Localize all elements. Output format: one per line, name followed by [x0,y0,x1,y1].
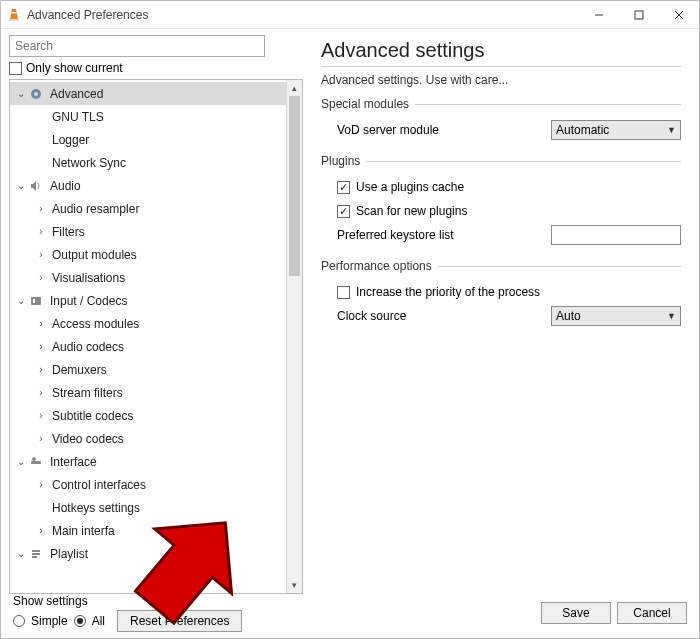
tree-item-demuxers[interactable]: ›Demuxers [10,358,286,381]
radio-simple[interactable] [13,615,25,627]
select-value: Automatic [556,123,609,137]
window-buttons [579,1,699,29]
svg-rect-3 [635,11,643,19]
tree-label: Main interfa [48,524,115,538]
save-button[interactable]: Save [541,602,611,624]
tree-item-input-codecs[interactable]: ⌄ Input / Codecs [10,289,286,312]
chevron-down-icon: ▼ [667,311,676,321]
chevron-right-icon[interactable]: › [34,525,48,536]
group-title: Performance options [321,259,432,274]
codec-icon [28,293,44,309]
chevron-down-icon: ▼ [667,125,676,135]
footer: Show settings Simple All Reset Preferenc… [1,594,699,638]
chevron-right-icon[interactable]: › [34,479,48,490]
svg-rect-8 [31,297,41,305]
tree-item-gnu-tls[interactable]: GNU TLS [10,105,286,128]
svg-point-7 [34,92,38,96]
chevron-right-icon[interactable]: › [34,318,48,329]
tree-label: Network Sync [48,156,126,170]
chevron-right-icon[interactable]: › [34,203,48,214]
tree-item-video-codecs[interactable]: ›Video codecs [10,427,286,450]
cancel-button[interactable]: Cancel [617,602,687,624]
tree-item-logger[interactable]: Logger [10,128,286,151]
chevron-right-icon[interactable]: › [34,272,48,283]
checkbox-icon[interactable] [9,62,22,75]
panel-description: Advanced settings. Use with care... [321,73,681,87]
chevron-down-icon[interactable]: ⌄ [14,456,28,467]
divider [438,266,681,267]
chevron-down-icon[interactable]: ⌄ [14,180,28,191]
scan-new-plugins-checkbox[interactable] [337,205,350,218]
tree-item-hotkeys-settings[interactable]: ›Hotkeys settings [10,496,286,519]
tree-item-access-modules[interactable]: ›Access modules [10,312,286,335]
only-show-current-row[interactable]: Only show current [9,61,303,75]
group-title: Special modules [321,97,409,112]
scroll-thumb[interactable] [289,96,300,276]
increase-priority-checkbox[interactable] [337,286,350,299]
minimize-button[interactable] [579,1,619,29]
use-plugins-cache-checkbox[interactable] [337,181,350,194]
chevron-down-icon[interactable]: ⌄ [14,295,28,306]
chevron-right-icon[interactable]: › [34,364,48,375]
tree-label: Stream filters [48,386,123,400]
tree-item-stream-filters[interactable]: ›Stream filters [10,381,286,404]
use-plugins-cache-label: Use a plugins cache [356,180,464,194]
tree-label: GNU TLS [48,110,104,124]
tree-item-control-interfaces[interactable]: ›Control interfaces [10,473,286,496]
tree-item-filters[interactable]: ›Filters [10,220,286,243]
close-button[interactable] [659,1,699,29]
vod-select[interactable]: Automatic ▼ [551,120,681,140]
reset-preferences-button[interactable]: Reset Preferences [117,610,242,632]
tree-item-subtitle-codecs[interactable]: ›Subtitle codecs [10,404,286,427]
gear-icon [28,86,44,102]
left-panel: Only show current ⌄ Advanced GNU TLS Log… [9,35,303,594]
chevron-right-icon[interactable]: › [34,410,48,421]
settings-tree[interactable]: ⌄ Advanced GNU TLS Logger Network Sync ⌄… [10,80,286,593]
chevron-down-icon[interactable]: ⌄ [14,88,28,99]
keystore-label: Preferred keystore list [337,228,551,242]
keystore-input[interactable] [551,225,681,245]
tree-item-visualisations[interactable]: ›Visualisations [10,266,286,289]
only-show-current-label: Only show current [26,61,123,75]
divider [366,161,681,162]
clock-source-select[interactable]: Auto ▼ [551,306,681,326]
scroll-down-icon[interactable]: ▾ [287,577,302,593]
scroll-up-icon[interactable]: ▴ [287,80,302,96]
tree-item-audio-resampler[interactable]: ›Audio resampler [10,197,286,220]
chevron-down-icon[interactable]: ⌄ [14,548,28,559]
tree-item-network-sync[interactable]: Network Sync [10,151,286,174]
tree-item-advanced[interactable]: ⌄ Advanced [10,82,286,105]
chevron-right-icon[interactable]: › [34,433,48,444]
tree-scrollbar[interactable]: ▴ ▾ [286,80,302,593]
chevron-right-icon[interactable]: › [34,387,48,398]
chevron-right-icon[interactable]: › [34,226,48,237]
tree-label: Output modules [48,248,137,262]
group-performance: Performance options Increase the priorit… [321,259,681,330]
tree-item-audio-codecs[interactable]: ›Audio codecs [10,335,286,358]
chevron-right-icon[interactable]: › [34,249,48,260]
tree-label: Subtitle codecs [48,409,133,423]
tree-label: Demuxers [48,363,107,377]
divider [415,104,681,105]
svg-rect-1 [12,12,17,13]
tree-item-playlist[interactable]: ⌄ Playlist [10,542,286,565]
svg-rect-0 [9,19,19,21]
radio-all[interactable] [74,615,86,627]
tree-label: Control interfaces [48,478,146,492]
tree-item-main-interfaces[interactable]: ›Main interfa [10,519,286,542]
tree-item-interface[interactable]: ⌄ Interface [10,450,286,473]
chevron-right-icon[interactable]: › [34,341,48,352]
group-title: Plugins [321,154,360,169]
maximize-button[interactable] [619,1,659,29]
scan-new-plugins-label: Scan for new plugins [356,204,467,218]
vod-label: VoD server module [337,123,551,137]
tree-label: Audio [46,179,81,193]
preferences-window: Advanced Preferences Only show current ⌄… [0,0,700,639]
group-plugins: Plugins Use a plugins cache Scan for new… [321,154,681,249]
tree-item-output-modules[interactable]: ›Output modules [10,243,286,266]
show-settings-label: Show settings [13,594,242,608]
tree-item-audio[interactable]: ⌄ Audio [10,174,286,197]
tree-label: Logger [48,133,89,147]
group-special-modules: Special modules VoD server module Automa… [321,97,681,144]
search-input[interactable] [9,35,265,57]
